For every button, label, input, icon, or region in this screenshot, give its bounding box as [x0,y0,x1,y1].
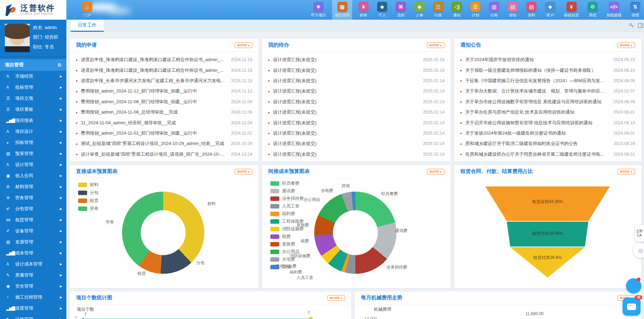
topnav-item[interactable]: ⚙ 系统 [585,0,600,20]
top-bar: ❖ 甲方项目 ▦ 项目管理 ¥ 财务 ☻ 个人 ⌘ 流程 ☻ 人事 [0,0,644,20]
topnav-item[interactable]: ☻ 人事 [412,0,427,20]
legend-item[interactable]: 通讯费 [270,187,304,195]
list-item[interactable]: ▸ 费用报销_admin_2024-11-06_总经理审批__完成 2024.1… [76,107,252,117]
sidebar-item[interactable]: ✐ 设备管理 ▶ [0,225,66,236]
list-item[interactable]: ▸ 测试_彭祖新城"四馆"景观工程设计项目_2024-10-29_admin_结… [76,138,252,149]
topnav-item[interactable]: ☻ 个人 [375,0,390,20]
sidebar-item[interactable]: x² 分包管理 ▶ [0,203,66,214]
list-item[interactable]: ▸ 费用报销_admin_2024-11-01_部门经理审批_胡建,_运行中 2… [76,128,252,138]
list-item[interactable]: ▸ 设计进度汇报(未提交) 2025.02.14 [268,128,445,138]
sidebar-item[interactable]: A 设计成本管理 ▶ [0,259,66,270]
list-item[interactable]: ▸ 设计进度汇报(未提交) 2025.02.14 [268,97,445,107]
list-item[interactable]: ▸ 房和城乡建设厅关于取消二级建造师临时执业证书的公告 2023.08.29 [460,138,635,149]
legend-item[interactable]: 分包 [78,189,99,197]
sidebar-item[interactable]: ▂▅▇ 项目报表 ▶ [0,115,66,126]
key-icon[interactable] [629,23,634,28]
list-item[interactable]: ▸ 关于举办住房与房地产信息化 技术及应用培训班的通知 2024.06.01 [460,107,635,117]
sidebar-item[interactable]: A 投标管理 ▶ [0,82,66,93]
list-item[interactable]: ▸ 进度款申报_珠海鹤港口建设_珠海鹤港口建设工程合作协议书_admin_...… [76,65,252,75]
legend-item[interactable]: 劳务 [78,205,99,213]
sidebar-item[interactable]: ⋈ 租赁管理 ▶ [0,214,66,225]
sidebar-item[interactable]: ▂▅▇ 成本管理 ▶ [0,248,66,259]
sidebar-item[interactable]: A 设计管理 ▶ [0,159,66,170]
legend-item[interactable]: 差旅费 [270,240,304,248]
list-item[interactable]: ▸ 设计进度汇报(未提交) 2025.02.14 [268,86,445,96]
list-item[interactable]: ▸ 设计进度汇报(未提交) 2025.02.14 [268,65,445,75]
topnav-item[interactable]: ☰ 计划 [468,0,483,20]
more-button[interactable]: MORE ▸ [235,42,252,48]
list-item[interactable]: ▸ 费用报销_admin_2024-11-06_部门经理审批_胡建,_运行中 2… [76,97,252,107]
list-item[interactable]: ▸ 关于召开市政公用设施智慧化管理 信息技术与应用培训班的通知 2024.06.… [460,117,635,128]
sidebar-item[interactable]: ▂▅▇ 进度管理 ▶ [0,303,66,314]
legend-item[interactable]: 业务招待费 [270,195,304,202]
legend-item[interactable]: 租赁 [78,197,99,205]
sidebar-item[interactable]: ▮ 证件管理 ▶ [0,314,66,319]
list-item[interactable]: ▸ 设计进度汇报(未提交) 2025.02.14 [268,138,445,149]
legend-item[interactable]: 职员餐费 [270,180,304,187]
sidebar-item[interactable]: ◉ 安全管理 ▶ [0,281,66,292]
sidebar-item[interactable]: ◔ 施工过程管理 ▶ [0,292,66,303]
sidebar-item[interactable]: ▣ 收入合同 ▶ [0,170,66,181]
nav-portal[interactable]: ⌂ 门户 [82,2,92,18]
more-button[interactable]: MORE ▸ [617,169,635,174]
topnav-item[interactable]: ⌘ 流程 [393,0,408,20]
chat-button[interactable]: 45 [623,298,641,316]
list-item[interactable]: ▸ 设计进度汇报(未提交) 2025.02.14 [268,76,445,86]
more-button[interactable]: MORE ▸ [235,169,252,174]
topnav-item[interactable]: ❖ 甲方项目 [308,0,328,20]
list-item[interactable]: ▸ 费用报销_admin_2024-11-12_部门经理审批_胡建,_运行中 2… [76,86,252,96]
tab-daily-work[interactable]: 日常工作 [71,20,104,32]
sidebar-item[interactable]: ☰ 项目看板 ▶ [0,104,66,115]
more-button[interactable]: MORE ▸ [427,42,445,48]
sidebar-item[interactable]: A 市场经营 ▶ [0,71,66,82]
more-button[interactable]: MORE ▸ [427,169,445,174]
topnav-item[interactable]: ▦ 项目管理 [332,0,352,20]
topnav-item[interactable]: ¥ 财务 [356,0,371,20]
slice-label: 材料 [207,201,216,207]
topnav-item[interactable]: </> 智能建模 [604,0,624,20]
topnav-item[interactable]: ⇅ 管理 [628,0,643,20]
topnav-item[interactable]: ¥ 基础信息 [561,0,581,20]
list-item[interactable]: ▸ 进度款申报_长春市伊通河水力发电厂改建工程_长春市伊通河水力发电... 20… [76,76,252,86]
list-item[interactable]: ▸ 设计进度汇报(未提交) 2025.02.14 [268,55,445,65]
sidebar-item[interactable]: ✇ 材料管理 ▶ [0,181,66,192]
list-item[interactable]: ▸ 住房和城乡建设部办公厅关于同意吉林省开展二级建造师注册证书电子证书试点...… [460,149,635,160]
topnav-item[interactable]: ▥ 任务 [487,0,502,20]
legend-item[interactable]: 税费 [270,233,304,240]
list-item[interactable]: ▸ 关于2024年国庆节放假安排的通知 2024.06.15 [460,55,635,65]
sidebar-item[interactable]: ✎ 质量管理 ▶ [0,270,66,281]
floating-action-button[interactable] [626,278,641,293]
gear-icon[interactable]: ⚙ [57,62,62,68]
sidebar-item[interactable]: ▤ 预算管理 ▶ [0,148,66,159]
sidebar-item[interactable]: ✣ 劳务管理 ▶ [0,192,66,203]
sidebar-item[interactable]: ◕ 招标管理 ▶ [0,137,66,148]
list-item[interactable]: ▸ 关于举办大数据、云计算技术在城市建设、规划、管理与服务中的应用培训班... … [460,86,635,96]
list-item[interactable]: ▸ 设计进度汇报(未提交) 2025.02.14 [268,149,445,160]
sidebar-item[interactable]: A 项目设计 ▶ [0,126,66,137]
sidebar-item[interactable]: ☰ 项目立项 ▶ [0,93,66,104]
legend-label: 职员餐费 [282,181,299,186]
legend-item[interactable]: 材料 [78,181,99,189]
topnav-item[interactable]: ☷ 行政 [431,0,446,20]
bullet-icon: ▸ [460,89,462,93]
panel-toggle-icon[interactable] [638,23,643,28]
more-button[interactable]: MORE ▸ [617,42,635,48]
list-item[interactable]: ▸ 关于举办市政公用设施数字化管理信息 系统建设与应用培训班的通知 2024.0… [460,97,635,107]
sidebar-item[interactable]: ▤ 发票管理 ▶ [0,236,66,248]
consult-widget[interactable]: 立即CA [635,225,644,242]
topnav-item[interactable]: ☻ 客户 [543,0,558,20]
more-button[interactable]: MORE ▸ [327,295,345,301]
list-item[interactable]: ▸ 设计进度汇报(未提交) 2025.02.14 [268,107,445,117]
list-item[interactable]: ▸ 设计审查_彭祖新城"四馆"景观工程设计项目_请选择_胡广生_2024-10-… [76,149,252,160]
legend-item[interactable]: 福利费 [270,210,304,218]
topnav-item[interactable]: ◁) 通知 [449,0,464,20]
list-item[interactable]: ▸ 11_2024-11-04_admin_经营部_领导审批__完成 2024.… [76,117,252,128]
list-item[interactable]: ▸ 关于发放2024年第24批一级建造师注册证书的通知 2024.06.01 [460,128,635,138]
list-item[interactable]: ▸ 设计进度汇报(未提交) 2025.02.14 [268,117,445,128]
topnav-item[interactable]: ▤ 资料 [524,0,539,20]
topnav-item[interactable]: ▤ 报告 [505,0,520,20]
list-item[interactable]: ▸ 于征集《中国建筑施工行业信息化发展报告（2024）—BIM应用与发展》材料.… [460,76,635,86]
legend-item[interactable]: 人员工资 [270,202,304,210]
list-item[interactable]: ▸ 进度款申报_珠海鹤港口建设_珠海鹤港口建设工程合作协议书_admin_...… [76,55,252,65]
list-item[interactable]: ▸ 关于领取一级注册建造师增项贴的通知（须持一建证书前来领取） 2024.06.… [460,65,635,75]
